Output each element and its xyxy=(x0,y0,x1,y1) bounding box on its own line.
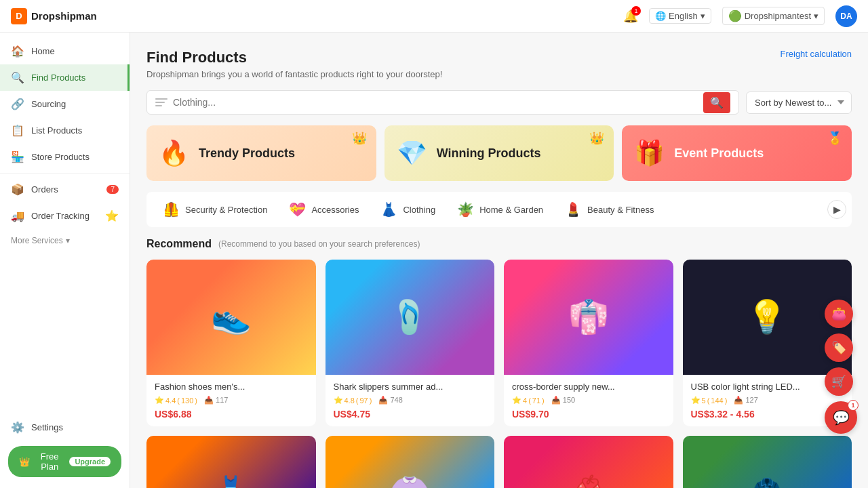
product-price: US$4.75 xyxy=(334,409,487,420)
product-image: 👟 xyxy=(146,260,316,375)
notification-button[interactable]: 🔔 1 xyxy=(623,9,638,24)
event-banner[interactable]: 🎁 Event Products 🏅 xyxy=(622,125,852,181)
product-meta: ⭐ 4.8 (97) 📥 748 xyxy=(334,396,487,405)
floating-buttons: 👛 🏷️ 🛒 💬 1 xyxy=(825,300,857,434)
product-card[interactable]: 👟 Fashion shoes men's... ⭐ 4.4 (130) 📥 1… xyxy=(146,260,316,426)
chat-float-button[interactable]: 💬 1 xyxy=(825,401,857,434)
cat-home-garden[interactable]: 🪴 Home & Garden xyxy=(446,196,554,223)
product-meta: ⭐ 4 (71) 📥 150 xyxy=(512,396,665,405)
product-name: cross-border supply new... xyxy=(512,382,665,392)
tracking-star-icon: ⭐ xyxy=(105,209,119,222)
more-services-label: More Services xyxy=(11,236,63,245)
recommend-header: Recommend (Recommend to you based on you… xyxy=(146,238,852,250)
crown-icon-2: 👑 xyxy=(589,131,604,146)
medal-icon: 🏅 xyxy=(827,131,842,146)
diamond-icon: 💎 xyxy=(397,139,427,167)
trendy-label: Trendy Products xyxy=(199,146,295,161)
beauty-icon: 💄 xyxy=(565,201,582,218)
product-card[interactable]: 👗 African print dress women... ⭐ 4.5 (88… xyxy=(146,436,316,488)
chat-badge: 1 xyxy=(848,400,859,411)
sidebar-item-list-products[interactable]: 📋 List Products xyxy=(0,117,130,144)
filter-icon xyxy=(155,98,167,106)
product-image: 👗 xyxy=(146,436,316,488)
product-name: Shark slippers summer ad... xyxy=(334,382,487,392)
page-header-left: Find Products Dropshipman brings you a w… xyxy=(146,49,442,79)
product-card[interactable]: 👙 Colorful print mini dress... ⭐ 4.6 (11… xyxy=(504,436,673,488)
recommend-title: Recommend xyxy=(146,238,212,250)
settings-icon: ⚙️ xyxy=(11,421,24,434)
product-image: 🩴 xyxy=(326,260,495,375)
product-grid: 👟 Fashion shoes men's... ⭐ 4.4 (130) 📥 1… xyxy=(146,260,852,488)
cat-label: Clothing xyxy=(403,205,435,215)
cat-label: Home & Garden xyxy=(479,205,543,215)
sidebar-item-label: Order Tracking xyxy=(31,211,90,221)
search-button[interactable]: 🔍 xyxy=(703,92,730,113)
topnav-right: 🔔 1 🌐 English ▾ 🟢 Dropshipmantest ▾ DA xyxy=(623,5,857,27)
sidebar-item-home[interactable]: 🏠 Home xyxy=(0,38,130,64)
trendy-banner[interactable]: 🔥 Trendy Products 👑 xyxy=(146,125,376,181)
orders-badge: 7 xyxy=(106,185,119,194)
categories-scroll-right[interactable]: ▶ xyxy=(827,200,846,219)
product-rating: ⭐ 4 (71) xyxy=(512,396,545,405)
product-card[interactable]: 👚 Summer tie-dye jumpsuit... ⭐ 4.3 (62) … xyxy=(326,436,495,488)
sidebar-item-label: Settings xyxy=(31,422,63,432)
sidebar-item-label: Store Products xyxy=(31,152,90,162)
search-box: 🔍 xyxy=(146,90,739,115)
page-subtitle: Dropshipman brings you a world of fantas… xyxy=(146,69,442,79)
home-garden-icon: 🪴 xyxy=(457,201,474,218)
sidebar-item-order-tracking[interactable]: 🚚 Order Tracking ⭐ xyxy=(0,203,130,229)
sidebar-item-label: List Products xyxy=(31,125,82,136)
gift-icon: 🎁 xyxy=(634,139,665,167)
more-services-section[interactable]: More Services ▾ xyxy=(0,229,130,248)
cart-float-button[interactable]: 🛒 xyxy=(825,367,853,396)
app-logo[interactable]: D Dropshipman xyxy=(11,8,97,24)
page-title: Find Products xyxy=(146,49,442,66)
free-plan-button[interactable]: 👑 Free Plan Upgrade xyxy=(8,446,121,477)
sidebar-item-label: Find Products xyxy=(31,73,85,83)
product-image: 👚 xyxy=(326,436,495,488)
sidebar-item-find-products[interactable]: 🔍 Find Products xyxy=(0,64,130,91)
language-selector[interactable]: 🌐 English ▾ xyxy=(649,8,711,24)
product-name: Fashion shoes men's... xyxy=(155,382,308,392)
winning-banner[interactable]: 💎 Winning Products 👑 xyxy=(384,125,614,181)
cat-beauty-fitness[interactable]: 💄 Beauty & Fitness xyxy=(554,196,665,223)
sidebar-item-store-products[interactable]: 🏪 Store Products xyxy=(0,144,130,170)
fire-icon: 🔥 xyxy=(159,139,189,167)
product-image: 👙 xyxy=(504,436,673,488)
cat-clothing[interactable]: 👗 Clothing xyxy=(370,196,446,223)
store-selector[interactable]: 🟢 Dropshipmantest ▾ xyxy=(722,7,825,25)
app-name: Dropshipman xyxy=(31,10,97,22)
orders-icon: 📦 xyxy=(11,183,24,196)
sort-select[interactable]: Sort by Newest to... xyxy=(746,92,852,114)
product-card[interactable]: 🧥 Christmas family matching... ⭐ 4.7 (78… xyxy=(683,436,852,488)
list-icon: 📋 xyxy=(11,124,24,137)
crown-icon: 👑 xyxy=(352,131,367,146)
sidebar-item-label: Orders xyxy=(31,184,58,195)
product-downloads: 📥 150 xyxy=(551,396,575,405)
cat-label: Beauty & Fitness xyxy=(587,205,654,215)
product-card[interactable]: 🩴 Shark slippers summer ad... ⭐ 4.8 (97)… xyxy=(326,260,495,426)
product-card[interactable]: 👘 cross-border supply new... ⭐ 4 (71) 📥 … xyxy=(504,260,673,426)
avatar[interactable]: DA xyxy=(835,5,857,27)
sidebar-item-settings[interactable]: ⚙️ Settings xyxy=(0,414,130,441)
home-icon: 🏠 xyxy=(11,45,24,58)
product-rating: ⭐ 4.4 (130) xyxy=(155,396,197,405)
sidebar-item-sourcing[interactable]: 🔗 Sourcing xyxy=(0,91,130,117)
product-price: US$3.32 - 4.56 xyxy=(691,409,844,420)
freight-link[interactable]: Freight calculation xyxy=(781,49,852,59)
clothing-icon: 👗 xyxy=(380,201,397,218)
product-rating: ⭐ 4.8 (97) xyxy=(334,396,372,405)
security-icon: 🦺 xyxy=(163,201,180,218)
cat-accessories[interactable]: 💝 Accessories xyxy=(278,196,370,223)
banners: 🔥 Trendy Products 👑 💎 Winning Products 👑… xyxy=(146,125,852,181)
wallet-float-button[interactable]: 👛 xyxy=(825,300,853,328)
event-label: Event Products xyxy=(674,146,764,161)
search-input[interactable] xyxy=(173,91,698,114)
search-row: 🔍 Sort by Newest to... xyxy=(146,90,852,115)
cat-security[interactable]: 🦺 Security & Protection xyxy=(152,196,278,223)
recommend-subtitle: (Recommend to you based on your search p… xyxy=(218,239,420,249)
notification-badge: 1 xyxy=(631,6,641,16)
tag-float-button[interactable]: 🏷️ xyxy=(825,333,853,362)
product-price: US$9.70 xyxy=(512,409,665,420)
sidebar-item-orders[interactable]: 📦 Orders 7 xyxy=(0,176,130,203)
